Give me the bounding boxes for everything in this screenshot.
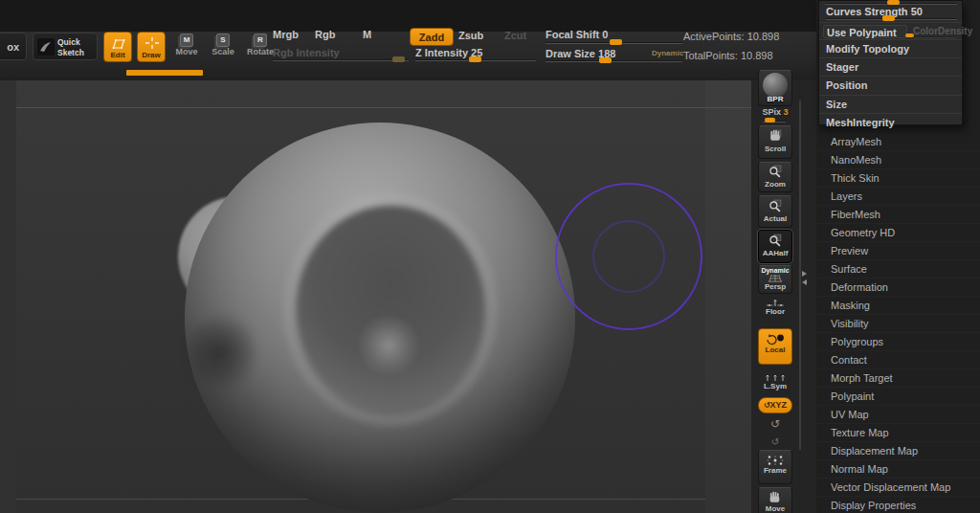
popup-menu-item[interactable]: Stager (819, 57, 962, 76)
tool-menu-item[interactable]: Masking (816, 297, 980, 315)
tool-menu-item[interactable]: Layers (816, 188, 980, 206)
quick-sketch-button[interactable]: Quick Sketch (33, 33, 98, 60)
draw-button[interactable]: Draw (137, 32, 166, 62)
curves-strength-handle (882, 15, 895, 21)
tool-menu-item[interactable]: Preview (816, 242, 980, 260)
divider-arrow-left-icon[interactable] (802, 279, 807, 285)
use-polypaint-button[interactable]: Use Polypaint (823, 25, 907, 38)
zadd-button[interactable]: Zadd (410, 28, 454, 46)
m-button[interactable]: M (363, 29, 371, 40)
draw-label: Draw (138, 51, 165, 59)
frame-label: Frame (764, 466, 787, 475)
magnifier-icon (759, 165, 791, 180)
tool-menu-item[interactable]: Vector Displacement Map (816, 479, 980, 497)
lsym-button[interactable]: L.Sym (758, 370, 792, 395)
scale-icon: S (216, 33, 230, 47)
focal-shift-label: Focal Shift 0 (546, 29, 608, 40)
popup-menu-item[interactable]: MeshIntegrity (819, 113, 962, 131)
local-pivot-icon (759, 333, 791, 346)
popup-menu-item[interactable]: Modify Topology (819, 39, 962, 57)
dynamic-persp-button[interactable]: Dynamic Persp (758, 265, 792, 294)
scale-button[interactable]: S Scale (209, 33, 237, 56)
tool-menu-item[interactable]: Polygroups (816, 333, 980, 351)
focal-shift-handle (610, 39, 622, 45)
crater-center-highlight (354, 316, 423, 375)
persp-label: Persp (765, 282, 786, 291)
tool-menu-item[interactable]: Normal Map (816, 460, 980, 479)
dynamic-toggle[interactable]: Dynamic (652, 49, 683, 57)
tool-menu-item[interactable]: UV Map (816, 406, 980, 424)
move-button[interactable]: M Move (172, 33, 201, 56)
popup-menu-item[interactable]: Size (819, 95, 962, 113)
shelf-scrollbar[interactable] (799, 100, 801, 450)
floor-grid-icon (759, 299, 791, 307)
rgb-intensity-slider[interactable]: Rgb Intensity (273, 46, 409, 63)
focal-shift-slider[interactable]: Focal Shift 0 (546, 28, 682, 45)
color-density-handle[interactable] (905, 33, 914, 37)
spix-handle[interactable] (765, 118, 775, 123)
aahalf-button[interactable]: AAHalf (758, 230, 792, 263)
xyz-button[interactable]: ↺XYZ (758, 397, 792, 413)
move-label: Move (172, 47, 201, 56)
mrgb-button[interactable]: Mrgb (273, 29, 299, 40)
bpr-button[interactable]: BPR (758, 70, 792, 106)
tool-menu-item[interactable]: Displacement Map (816, 442, 980, 460)
rotate-icon: R (254, 33, 267, 47)
zsub-button[interactable]: Zsub (458, 30, 483, 41)
polypaint-row: Use Polypaint ColorDensity (819, 22, 962, 39)
rgb-button[interactable]: Rgb (315, 29, 335, 40)
move-canvas-label: Move (766, 504, 785, 513)
crater-bowl-shadow (297, 206, 484, 412)
brush-cursor-inner-ring (592, 220, 665, 293)
tool-menu-item[interactable]: ArrayMesh (816, 133, 980, 151)
tool-menu-item[interactable]: Thick Skin (816, 169, 980, 188)
edit-button[interactable]: Edit (103, 32, 132, 62)
tool-menu-item[interactable]: Contact (816, 351, 980, 369)
tool-menu-item[interactable]: Surface (816, 260, 980, 279)
move-canvas-button[interactable]: Move (758, 487, 792, 513)
gyro-y-button[interactable]: ↺ (766, 417, 785, 431)
spix-label: SPix (762, 107, 781, 117)
magnifier-icon (759, 199, 791, 214)
local-button[interactable]: Local (758, 328, 792, 365)
rgb-intensity-handle (392, 56, 405, 62)
scroll-button[interactable]: Scroll (758, 125, 792, 159)
tool-menu-item[interactable]: NanoMesh (816, 151, 980, 169)
tool-menu-item[interactable]: Geometry HD (816, 224, 980, 242)
divider-arrow-right-icon[interactable] (802, 271, 807, 277)
frame-button[interactable]: Frame (758, 450, 792, 484)
tool-menu-item[interactable]: Display Properties (816, 497, 980, 513)
zcut-button[interactable]: Zcut (504, 30, 526, 41)
scale-label: Scale (209, 47, 237, 56)
popup-menu-item[interactable]: Position (819, 76, 962, 94)
edit-label: Edit (104, 51, 131, 59)
tool-menu-item[interactable]: FiberMesh (816, 206, 980, 224)
tool-menu-item[interactable]: Texture Map (816, 424, 980, 442)
curves-strength-slider[interactable]: Curves Strength 50 (819, 5, 962, 22)
floor-label: Floor (766, 307, 785, 316)
color-density-track (914, 36, 956, 38)
active-points-readout: ActivePoints: 10.898 (683, 31, 779, 42)
use-polypaint-label: Use Polypaint (827, 27, 897, 38)
spix-slider[interactable]: SPix 3 (755, 107, 795, 117)
dynamic-persp-top-label: Dynamic (759, 267, 791, 274)
tool-menu-item[interactable]: Morph Target (816, 369, 980, 388)
sculpt-canvas[interactable] (0, 80, 751, 513)
actual-button[interactable]: Actual (758, 195, 792, 228)
zoom-button[interactable]: Zoom (758, 162, 792, 192)
floor-button[interactable]: Floor (758, 296, 792, 322)
draw-size-handle (599, 57, 612, 63)
tool-menu-item[interactable]: Visibility (816, 315, 980, 333)
z-intensity-slider[interactable]: Z Intensity 25 (415, 46, 536, 63)
perspective-grid-icon (759, 274, 791, 282)
gyro-icon: ↺ (764, 401, 770, 410)
gyro-z-button[interactable]: ↺ (768, 436, 783, 447)
canvas-right-band (705, 80, 751, 513)
rgb-intensity-label: Rgb Intensity (273, 47, 340, 58)
color-density-slider[interactable]: ColorDensity (913, 26, 972, 36)
brush-icon (37, 38, 55, 56)
lightbox-button-partial[interactable]: ox (0, 33, 27, 60)
tool-menu-item[interactable]: Polypaint (816, 388, 980, 406)
magnifier-icon (759, 234, 791, 249)
tool-menu-item[interactable]: Deformation (816, 279, 980, 297)
